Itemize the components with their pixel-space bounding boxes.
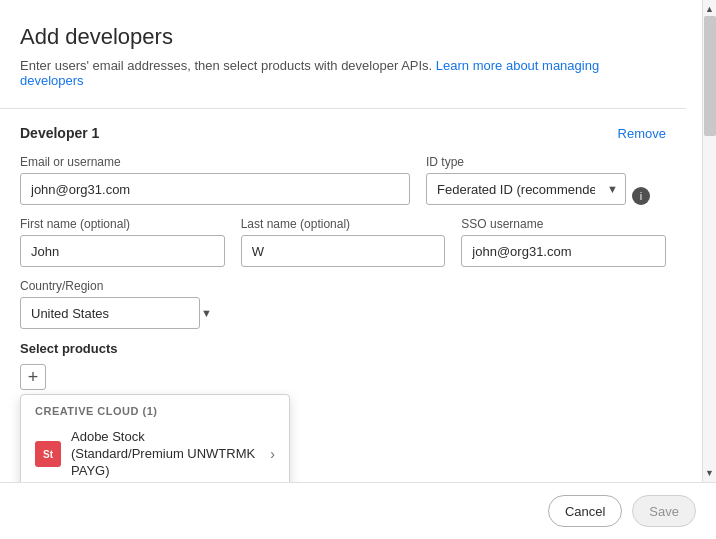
id-type-info-icon[interactable]: i	[632, 187, 650, 205]
email-input[interactable]	[20, 173, 410, 205]
scroll-up-button[interactable]: ▲	[703, 2, 717, 16]
country-group: Country/Region United States ▼	[20, 279, 220, 329]
scroll-thumb[interactable]	[704, 16, 716, 136]
firstname-label: First name (optional)	[20, 217, 225, 231]
scrollbar: ▲ ▼	[702, 0, 716, 482]
developer-header: Developer 1 Remove	[20, 125, 666, 141]
select-products-label: Select products	[20, 341, 666, 356]
remove-link[interactable]: Remove	[618, 126, 666, 141]
id-type-group: ID type Federated ID (recommended) ▼ i	[426, 155, 666, 205]
sso-input[interactable]	[461, 235, 666, 267]
creative-cloud-section-title: CREATIVE CLOUD (1)	[21, 395, 289, 421]
adobe-stock-item[interactable]: St Adobe Stock (Standard/Premium UNWTRMK…	[21, 421, 289, 482]
id-type-label: ID type	[426, 155, 666, 169]
sso-group: SSO username	[461, 217, 666, 267]
form-row-3: Country/Region United States ▼	[20, 279, 666, 329]
main-container: Add developers Enter users' email addres…	[0, 0, 716, 539]
add-icon: +	[28, 367, 39, 388]
id-type-select-wrapper: Federated ID (recommended) ▼	[426, 173, 626, 205]
form-row-2: First name (optional) Last name (optiona…	[20, 217, 666, 267]
developer-label: Developer 1	[20, 125, 99, 141]
developer-section: Developer 1 Remove Email or username ID …	[20, 125, 666, 390]
firstname-group: First name (optional)	[20, 217, 225, 267]
section-divider	[0, 108, 686, 109]
form-row-1: Email or username ID type Federated ID (…	[20, 155, 666, 205]
lastname-input[interactable]	[241, 235, 446, 267]
cancel-button[interactable]: Cancel	[548, 495, 622, 527]
firstname-input[interactable]	[20, 235, 225, 267]
page-title: Add developers	[20, 24, 666, 50]
country-select[interactable]: United States	[20, 297, 200, 329]
adobe-stock-name: Adobe Stock (Standard/Premium UNWTRMK PA…	[71, 429, 260, 480]
save-button[interactable]: Save	[632, 495, 696, 527]
country-select-wrapper: United States ▼	[20, 297, 220, 329]
scroll-content: Add developers Enter users' email addres…	[0, 0, 702, 482]
email-label: Email or username	[20, 155, 410, 169]
select-products-section: Select products + CREATIVE CLOUD (1) St …	[20, 341, 666, 390]
id-type-select[interactable]: Federated ID (recommended)	[426, 173, 626, 205]
country-arrow-icon: ▼	[201, 307, 212, 319]
add-product-button[interactable]: +	[20, 364, 46, 390]
sso-label: SSO username	[461, 217, 666, 231]
scroll-track	[703, 16, 717, 466]
email-group: Email or username	[20, 155, 410, 205]
subtitle: Enter users' email addresses, then selec…	[20, 58, 666, 88]
adobe-stock-icon: St	[35, 441, 61, 467]
add-button-wrapper: + CREATIVE CLOUD (1) St Adobe Stock (Sta…	[20, 364, 46, 390]
footer: Cancel Save	[0, 482, 716, 539]
lastname-group: Last name (optional)	[241, 217, 446, 267]
content-with-scrollbar: Add developers Enter users' email addres…	[0, 0, 716, 482]
product-dropdown: CREATIVE CLOUD (1) St Adobe Stock (Stand…	[20, 394, 290, 482]
country-label: Country/Region	[20, 279, 220, 293]
adobe-stock-chevron-icon: ›	[270, 446, 275, 462]
lastname-label: Last name (optional)	[241, 217, 446, 231]
scroll-down-button[interactable]: ▼	[703, 466, 717, 480]
